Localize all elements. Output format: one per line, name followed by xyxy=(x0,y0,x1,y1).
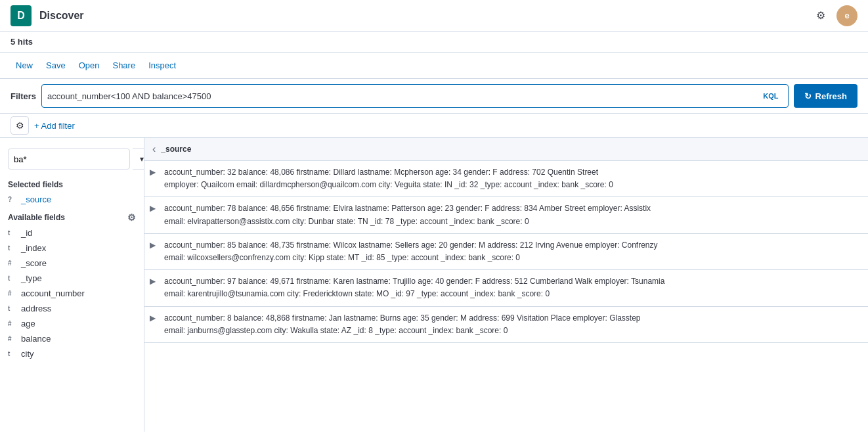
field-search-wrap: ▾ xyxy=(0,143,144,175)
field-search-dropdown[interactable]: ▾ xyxy=(133,148,144,170)
field-type: # xyxy=(8,320,17,327)
result-row-header: ▶ account_number: 78 balance: 48,656 fir… xyxy=(150,202,860,227)
available-fields-title: Available fields xyxy=(8,213,65,222)
selected-fields-title: Selected fields xyxy=(8,180,63,189)
app-icon: D xyxy=(11,5,32,26)
field-name: account_number xyxy=(21,288,85,298)
filter-bar: Filters KQL ↻ Refresh xyxy=(0,79,868,114)
results-area: ‹ _source ▶ account_number: 32 balance: … xyxy=(144,138,868,432)
available-fields-section: Available fields ⚙ xyxy=(0,207,144,225)
options-bar: ⚙ + Add filter xyxy=(0,114,868,138)
result-row: ▶ account_number: 8 balance: 48,868 firs… xyxy=(144,307,868,343)
result-content: account_number: 32 balance: 48,086 first… xyxy=(164,166,860,191)
available-field-item[interactable]: taddress xyxy=(0,301,144,316)
share-button[interactable]: Share xyxy=(107,58,141,73)
result-content: account_number: 97 balance: 49,671 first… xyxy=(164,275,860,300)
app-title: Discover xyxy=(39,10,810,22)
selected-fields-list: ?_source xyxy=(0,192,144,207)
field-type: t xyxy=(8,244,17,252)
result-row-header: ▶ account_number: 97 balance: 49,671 fir… xyxy=(150,275,860,300)
result-content: account_number: 8 balance: 48,868 firstn… xyxy=(164,312,860,337)
main-content: ▾ Selected fields ?_source Available fie… xyxy=(0,138,868,432)
sidebar: ▾ Selected fields ?_source Available fie… xyxy=(0,138,144,432)
refresh-button[interactable]: ↻ Refresh xyxy=(794,84,857,108)
source-header: ‹ _source xyxy=(144,138,868,161)
field-name: address xyxy=(21,304,51,313)
available-field-item[interactable]: #_score xyxy=(0,256,144,271)
result-line1: account_number: 97 balance: 49,671 first… xyxy=(164,275,860,288)
refresh-icon: ↻ xyxy=(804,91,812,101)
settings-icon-btn[interactable]: ⚙ xyxy=(810,5,831,26)
field-name: age xyxy=(21,319,35,329)
result-line1: account_number: 85 balance: 48,735 first… xyxy=(164,239,860,252)
results-list: ▶ account_number: 32 balance: 48,086 fir… xyxy=(144,161,868,343)
result-line1: account_number: 8 balance: 48,868 firstn… xyxy=(164,312,860,325)
expand-row-btn[interactable]: ▶ xyxy=(150,240,160,250)
result-row-header: ▶ account_number: 8 balance: 48,868 firs… xyxy=(150,312,860,337)
available-field-item[interactable]: #account_number xyxy=(0,286,144,301)
result-content: account_number: 78 balance: 48,656 first… xyxy=(164,202,860,227)
field-type: t xyxy=(8,305,17,312)
expand-row-btn[interactable]: ▶ xyxy=(150,313,160,323)
filter-label: Filters xyxy=(11,91,36,101)
add-filter-link[interactable]: + Add filter xyxy=(34,121,75,131)
result-row-header: ▶ account_number: 85 balance: 48,735 fir… xyxy=(150,239,860,264)
hits-bar: 5 hits xyxy=(0,32,868,53)
result-row-header: ▶ account_number: 32 balance: 48,086 fir… xyxy=(150,166,860,191)
collapse-sidebar-btn[interactable]: ‹ xyxy=(152,143,156,155)
user-avatar-btn[interactable]: e xyxy=(836,5,857,26)
refresh-label: Refresh xyxy=(815,91,847,101)
field-type: # xyxy=(8,335,17,342)
available-field-item[interactable]: #balance xyxy=(0,331,144,346)
result-content: account_number: 85 balance: 48,735 first… xyxy=(164,239,860,264)
expand-row-btn[interactable]: ▶ xyxy=(150,277,160,286)
save-button[interactable]: Save xyxy=(41,58,71,73)
hits-count: 5 hits xyxy=(11,37,33,47)
available-field-item[interactable]: tcity xyxy=(0,346,144,361)
open-button[interactable]: Open xyxy=(74,58,105,73)
inspect-button[interactable]: Inspect xyxy=(143,58,181,73)
field-type: t xyxy=(8,350,17,357)
field-name: _source xyxy=(21,194,51,204)
field-name: _type xyxy=(21,273,42,283)
field-type: # xyxy=(8,290,17,297)
available-fields-list: t_idt_index#_scoret_type#account_numbert… xyxy=(0,225,144,361)
result-line2: email: janburns@glasstep.com city: Wakul… xyxy=(164,325,860,337)
available-field-item[interactable]: t_index xyxy=(0,240,144,256)
filter-input-wrap: KQL xyxy=(41,84,789,108)
selected-field-item[interactable]: ?_source xyxy=(0,192,144,207)
result-row: ▶ account_number: 85 balance: 48,735 fir… xyxy=(144,234,868,270)
selected-fields-section: Selected fields xyxy=(0,175,144,192)
available-field-item[interactable]: #age xyxy=(0,316,144,331)
available-field-item[interactable]: t_id xyxy=(0,225,144,240)
new-button[interactable]: New xyxy=(11,58,38,73)
expand-row-btn[interactable]: ▶ xyxy=(150,204,160,213)
available-field-item[interactable]: t_type xyxy=(0,271,144,286)
result-row: ▶ account_number: 78 balance: 48,656 fir… xyxy=(144,197,868,233)
field-type: # xyxy=(8,260,17,267)
result-row: ▶ account_number: 32 balance: 48,086 fir… xyxy=(144,161,868,197)
result-line2: employer: Quailcom email: dillardmcphers… xyxy=(164,179,860,191)
kql-badge[interactable]: KQL xyxy=(759,91,782,101)
query-settings-btn[interactable]: ⚙ xyxy=(11,116,29,135)
field-name: city xyxy=(21,349,34,359)
result-line2: email: wilcoxsellers@confrenzy.com city:… xyxy=(164,252,860,264)
result-line1: account_number: 32 balance: 48,086 first… xyxy=(164,166,860,179)
expand-row-btn[interactable]: ▶ xyxy=(150,168,160,177)
top-bar-icons: ⚙ e xyxy=(810,5,857,26)
field-type: t xyxy=(8,229,17,237)
top-bar: D Discover ⚙ e xyxy=(0,0,868,32)
field-search-input[interactable] xyxy=(8,148,130,170)
filter-input[interactable] xyxy=(47,91,759,101)
action-toolbar: New Save Open Share Inspect xyxy=(0,53,868,79)
field-type: t xyxy=(8,275,17,282)
field-name: _id xyxy=(21,228,32,238)
result-line1: account_number: 78 balance: 48,656 first… xyxy=(164,202,860,215)
field-name: _score xyxy=(21,258,47,268)
field-name: balance xyxy=(21,334,51,344)
available-fields-gear-icon[interactable]: ⚙ xyxy=(127,212,136,223)
result-line2: email: elvirapatterson@assistix.com city… xyxy=(164,216,860,228)
field-name: _index xyxy=(21,243,46,253)
source-label: _source xyxy=(161,145,191,154)
field-type: ? xyxy=(8,196,17,203)
